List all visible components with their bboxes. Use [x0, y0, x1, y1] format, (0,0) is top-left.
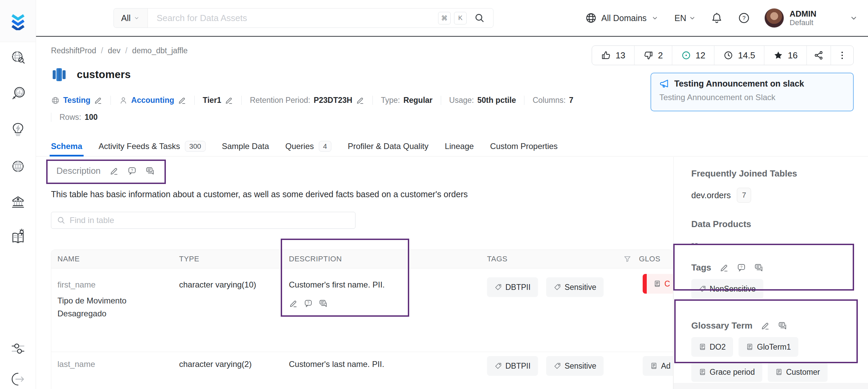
search-scope-value: All	[121, 13, 131, 23]
domain-link[interactable]: Testing	[63, 96, 90, 105]
edit-tier-icon[interactable]	[225, 96, 233, 105]
logo-chevrons-icon	[9, 12, 27, 30]
tab-lineage[interactable]: Lineage	[445, 136, 474, 156]
right-side-panel: Frequently Joined Tables dev.orders 7 Da…	[673, 157, 868, 389]
filter-icon[interactable]	[623, 255, 631, 263]
tag-chip[interactable]: Sensitive	[546, 356, 604, 376]
open-tasks-button[interactable]: 12	[672, 46, 714, 65]
edit-glossary-icon[interactable]	[761, 321, 770, 330]
glossary-term-chip[interactable]: DO2	[691, 337, 733, 357]
column-technical-name[interactable]: first_name	[57, 280, 173, 290]
request-tags-icon[interactable]: ?	[737, 263, 746, 272]
column-header-glossary: GLOS	[617, 255, 673, 263]
edit-owner-icon[interactable]	[178, 96, 186, 105]
columns-label: Columns:	[533, 96, 566, 105]
search-icon[interactable]	[474, 13, 485, 23]
avatar[interactable]	[764, 8, 784, 28]
follow-button[interactable]: 16	[764, 46, 806, 65]
comments-icon[interactable]	[145, 166, 155, 175]
column-header-glossary-label: GLOS	[639, 255, 660, 263]
tag-icon	[554, 362, 561, 370]
status-dot-icon	[681, 50, 691, 60]
version-history-button[interactable]: 14.5	[714, 46, 764, 65]
column-header-name: NAME	[51, 255, 173, 263]
request-description-icon[interactable]: ?	[127, 166, 137, 175]
entity-tabs: Schema Activity Feeds & Tasks 300 Sample…	[51, 136, 558, 156]
tab-label: Queries	[285, 142, 314, 151]
breadcrumb-separator: /	[125, 46, 127, 55]
type-label: Type:	[381, 96, 400, 105]
domains-selector[interactable]: All Domains	[585, 12, 659, 24]
announcement-card[interactable]: Testing Announcement on slack Testing An…	[650, 73, 854, 111]
user-menu[interactable]: ADMIN Default	[764, 8, 816, 28]
cell-column-type: character varying(10)	[173, 268, 283, 352]
owner-link[interactable]: Accounting	[131, 96, 174, 105]
tab-profiler[interactable]: Profiler & Data Quality	[348, 136, 428, 156]
joined-table-link[interactable]: dev.orders	[691, 190, 731, 200]
edit-description-icon[interactable]	[109, 166, 119, 175]
tab-sample-data[interactable]: Sample Data	[222, 136, 269, 156]
tab-label: Profiler & Data Quality	[348, 142, 428, 151]
share-button[interactable]	[806, 46, 831, 65]
sidebar-item-settings[interactable]	[7, 338, 29, 359]
chevron-down-icon	[133, 15, 140, 21]
tag-chip[interactable]: DBTPII	[487, 356, 538, 376]
book-icon	[746, 343, 753, 351]
upvote-button[interactable]: 13	[592, 46, 634, 65]
notifications-bell-icon[interactable]	[711, 12, 723, 24]
glossary-term-chip[interactable]: GloTerm1	[739, 337, 798, 357]
glossary-term-chip[interactable]: C	[643, 274, 673, 294]
sidebar-item-explore[interactable]	[7, 47, 29, 69]
sidebar-item-glossary[interactable]	[7, 227, 29, 248]
edit-tags-icon[interactable]	[719, 263, 729, 272]
edit-domain-icon[interactable]	[94, 96, 102, 105]
edit-retention-icon[interactable]	[356, 96, 364, 105]
glossary-heading: Glossary Term	[691, 320, 752, 331]
sidebar-item-insights[interactable]	[7, 119, 29, 141]
glossary-term-chip[interactable]: Customer	[768, 362, 828, 382]
tag-chip[interactable]: NonSensitive	[691, 279, 763, 299]
tab-label: Lineage	[445, 142, 474, 151]
downvote-button[interactable]: 2	[634, 46, 672, 65]
sidebar-item-logout[interactable]	[7, 368, 29, 389]
breadcrumb-service[interactable]: RedshiftProd	[51, 46, 96, 55]
follower-count: 16	[788, 50, 798, 61]
tags-heading: Tags	[691, 262, 711, 273]
usage-item: Usage: 50th pctile	[449, 96, 516, 105]
breadcrumb: RedshiftProd / dev / demo_dbt_jaffle	[51, 46, 188, 55]
app-logo[interactable]	[0, 0, 36, 42]
sidebar-item-observability[interactable]	[7, 83, 29, 105]
book-icon	[654, 280, 661, 288]
comments-icon[interactable]	[754, 263, 763, 272]
breadcrumb-database[interactable]: dev	[108, 46, 120, 55]
request-icon[interactable]: ?	[304, 299, 313, 308]
breadcrumb-schema[interactable]: demo_dbt_jaffle	[132, 46, 188, 55]
tab-count-badge: 300	[185, 141, 206, 152]
find-in-table-input[interactable]	[70, 216, 350, 225]
tab-schema[interactable]: Schema	[51, 136, 82, 156]
profile-chevron-down-icon[interactable]	[849, 13, 858, 23]
user-role: Default	[789, 18, 816, 27]
tab-activity-feeds[interactable]: Activity Feeds & Tasks 300	[99, 136, 206, 156]
comments-icon[interactable]	[319, 299, 328, 308]
tag-chip[interactable]: DBTPII	[487, 277, 538, 297]
search-scope-dropdown[interactable]: All	[114, 8, 148, 27]
glossary-term-chip[interactable]: Ad	[643, 356, 673, 376]
column-technical-name[interactable]: last_name	[57, 359, 173, 369]
language-selector[interactable]: EN	[675, 13, 697, 23]
find-in-table-box[interactable]	[51, 212, 355, 229]
schema-columns-table: NAME TYPE DESCRIPTION TAGS GLOS first_na…	[51, 249, 673, 389]
glossary-term-chip[interactable]: Grace period	[691, 362, 762, 382]
comments-icon[interactable]	[778, 321, 787, 330]
global-search-bar[interactable]: All ⌘ K	[114, 8, 493, 28]
sidebar-item-govern[interactable]	[7, 191, 29, 213]
data-products-heading: Data Products	[691, 219, 868, 229]
tab-custom-properties[interactable]: Custom Properties	[490, 136, 558, 156]
tab-queries[interactable]: Queries 4	[285, 136, 332, 156]
tag-chip[interactable]: Sensitive	[546, 277, 604, 297]
help-icon[interactable]: ?	[738, 12, 750, 24]
edit-icon[interactable]	[289, 299, 298, 308]
sidebar-item-domains[interactable]	[7, 155, 29, 177]
global-search-input[interactable]	[157, 13, 438, 23]
more-options-button[interactable]	[831, 46, 853, 65]
